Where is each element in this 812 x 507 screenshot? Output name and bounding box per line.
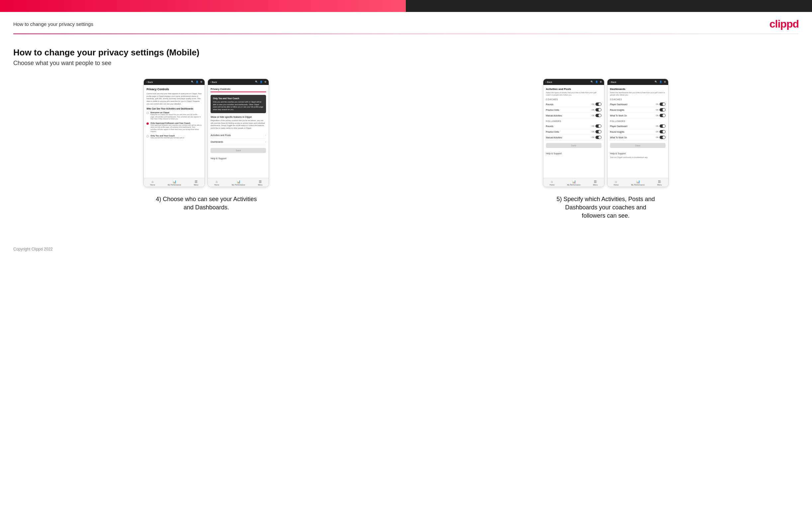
menu-dashboards[interactable]: Dashboards › [211,139,266,145]
save-button-4[interactable]: Save [610,143,666,148]
option-only-you[interactable]: Only You and Your Coach Only you and the… [146,135,202,139]
nav-icons-4: 🔍 👤 ⚙ [655,80,666,83]
toggle-coaches-player-dash-switch[interactable] [660,103,666,106]
toggle-coaches-rounds-switch[interactable] [596,103,601,106]
person-icon-3[interactable]: 👤 [595,80,598,83]
footer-menu-2[interactable]: ☰ Menu [258,180,262,186]
footer-perf-3[interactable]: 📊 My Performance [567,180,580,186]
footer-menu-1[interactable]: ☰ Menu [194,180,198,186]
search-icon-2[interactable]: 🔍 [255,80,258,83]
caption-1: 4) Choose who can see your Activities an… [153,195,259,212]
privacy-tab[interactable]: Privacy Controls [211,88,266,92]
help-body-4: Visit our Clippd community to troublesho… [610,156,666,159]
who-can-see-label: Who Can See Your Activities and Dashboar… [146,108,202,110]
toggle-followers-manual-switch[interactable] [596,136,601,139]
page-subtitle: Choose what you want people to see [13,60,799,67]
menu-activities[interactable]: Activities and Posts › [211,132,266,139]
show-hide-desc: Regardless of the privacy controls that … [211,119,266,130]
menu-icon-1: ☰ [195,180,198,183]
phone-footer-3: ⌂ Home 📊 My Performance ☰ Menu [543,178,604,187]
back-button-1[interactable]: ‹ Back [146,81,153,83]
chevron-dashboards: › [265,140,266,143]
privacy-desc: Control how you and your data appears to… [146,93,202,105]
toggle-coaches-drills-switch[interactable] [596,108,601,111]
home-icon-3: ⌂ [551,180,553,183]
footer-home-1[interactable]: ⌂ Home [150,180,155,186]
toggle-coaches-work-on: What To Work On ON [610,113,666,118]
footer-perf-1[interactable]: 📊 My Performance [168,180,181,186]
radio-approved[interactable] [146,122,149,125]
option-approved[interactable]: Only Approved Followers and Your Coach O… [146,122,202,133]
back-button-4[interactable]: ‹ Back [610,81,616,83]
chevron-activities: › [265,134,266,137]
logo: clippd [769,18,799,30]
option-approved-text: Only Approved Followers and Your Coach O… [150,122,202,133]
footer-home-2[interactable]: ⌂ Home [214,180,219,186]
nav-icons-3: 🔍 👤 ⚙ [591,80,602,83]
phone-body-4: Dashboards Select the dashboards that yo… [607,85,668,178]
toggle-followers-round-insights-switch[interactable] [660,130,666,133]
toggle-followers-work-on-switch[interactable] [660,136,666,139]
person-icon-4[interactable]: 👤 [659,80,662,83]
coaches-label-3: COACHES [546,98,601,101]
home-icon-4: ⌂ [615,180,617,183]
radio-only-you[interactable] [146,135,149,137]
settings-icon[interactable]: ⚙ [200,80,202,83]
copyright: Copyright Clippd 2022 [13,247,53,251]
back-button-2[interactable]: ‹ Back [210,81,217,83]
mockup-section-2: ‹ Back 🔍 👤 ⚙ Activities and Posts Select… [413,79,799,220]
toggle-followers-drills: Practice Drills ON [546,129,601,135]
header: How to change your privacy settings clip… [0,12,812,34]
tooltip-body: Only you and the coaches you connect wit… [213,101,264,111]
footer-home-4[interactable]: ⌂ Home [614,180,619,186]
radio-everyone[interactable] [146,112,149,114]
toggle-coaches-round-insights-switch[interactable] [660,108,666,111]
toggle-followers-round-insights: Round Insights ON [610,129,666,135]
home-icon-2: ⌂ [216,180,218,183]
phone-pair-1: ‹ Back 🔍 👤 ⚙ Privacy Controls Control ho… [144,79,269,187]
settings-icon-3[interactable]: ⚙ [600,80,602,83]
toggle-followers-rounds-switch[interactable] [596,124,601,128]
footer-perf-4[interactable]: 📊 My Performance [631,180,645,186]
footer-perf-2[interactable]: 📊 My Performance [232,180,245,186]
option-everyone[interactable]: Everyone on Clippd Everyone on Clippd ca… [146,111,202,120]
phone-body-3: Activities and Posts Select the types of… [543,85,604,178]
toggle-coaches-manual-switch[interactable] [596,114,601,117]
footer-menu-3[interactable]: ☰ Menu [593,180,598,186]
help-label-3: Help & Support [546,151,601,156]
search-icon-4[interactable]: 🔍 [655,80,658,83]
back-button-3[interactable]: ‹ Back [546,81,552,83]
page-title: How to change your privacy settings (Mob… [13,48,799,58]
footer-home-3[interactable]: ⌂ Home [550,180,555,186]
phone-nav-4: ‹ Back 🔍 👤 ⚙ [607,79,668,85]
search-icon-3[interactable]: 🔍 [591,80,594,83]
mockup-grid: ‹ Back 🔍 👤 ⚙ Privacy Controls Control ho… [13,79,799,220]
menu-icon-3: ☰ [594,180,597,183]
person-icon-2[interactable]: 👤 [260,80,263,83]
option-only-you-text: Only You and Your Coach Only you and the… [150,135,184,139]
option-everyone-text: Everyone on Clippd Everyone on Clippd ca… [150,111,202,120]
toggle-coaches-work-on-switch[interactable] [660,114,666,117]
perf-icon-4: 📊 [636,180,640,183]
footer-menu-4[interactable]: ☰ Menu [657,180,662,186]
save-button-2[interactable]: Save [211,148,266,153]
acts-desc: Select the types of activity that you'd … [546,92,601,96]
coaches-label-4: COACHES [610,98,666,101]
search-icon[interactable]: 🔍 [191,80,194,83]
phone-footer-4: ⌂ Home 📊 My Performance ☰ Menu [607,178,668,187]
dash-desc: Select the dashboards that you'd like to… [610,92,666,96]
phone-footer-2: ⌂ Home 📊 My Performance ☰ Menu [208,178,269,187]
toggle-followers-player-dash-switch[interactable] [660,124,666,128]
tooltip-title: Only You and Your Coach [213,97,264,100]
settings-icon-4[interactable]: ⚙ [664,80,666,83]
settings-icon-2[interactable]: ⚙ [264,80,266,83]
menu-icon-2: ☰ [259,180,262,183]
toggle-followers-drills-switch[interactable] [596,130,601,133]
toggle-followers-rounds: Rounds ON [546,123,601,129]
toggle-followers-player-dash: Player Dashboard ON [610,123,666,129]
followers-label-3: FOLLOWERS [546,120,601,122]
save-button-3[interactable]: Save [546,143,601,148]
perf-icon-3: 📊 [572,180,576,183]
phone-screen-2: ‹ Back 🔍 👤 ⚙ Privacy Controls Only You a… [208,79,269,187]
person-icon[interactable]: 👤 [196,80,199,83]
